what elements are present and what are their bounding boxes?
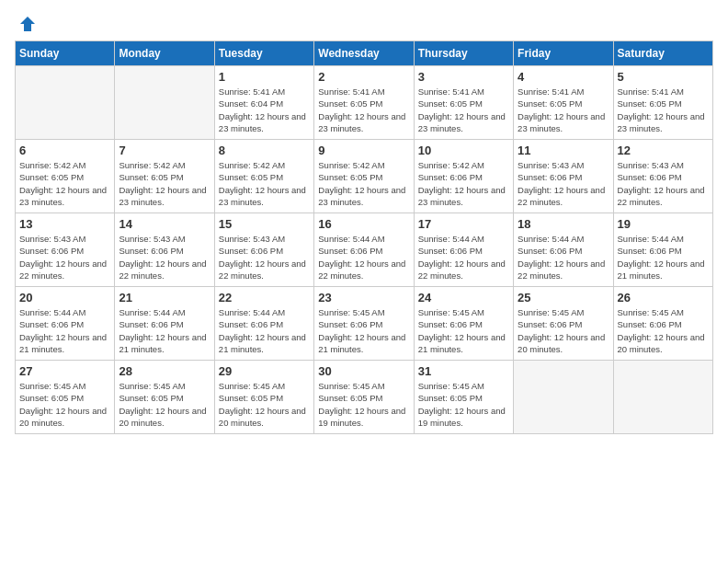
day-info: Sunrise: 5:43 AMSunset: 6:06 PMDaylight:… [119, 233, 210, 282]
day-header-tuesday: Tuesday [214, 41, 313, 66]
day-info: Sunrise: 5:44 AMSunset: 6:06 PMDaylight:… [418, 233, 509, 282]
day-number: 21 [119, 291, 210, 304]
calendar-cell: 5Sunrise: 5:41 AMSunset: 6:05 PMDaylight… [613, 66, 712, 140]
calendar-header-row: SundayMondayTuesdayWednesdayThursdayFrid… [16, 41, 713, 66]
calendar-cell: 24Sunrise: 5:45 AMSunset: 6:06 PMDayligh… [414, 287, 513, 361]
calendar-cell: 29Sunrise: 5:45 AMSunset: 6:05 PMDayligh… [214, 361, 313, 434]
day-info: Sunrise: 5:42 AMSunset: 6:05 PMDaylight:… [318, 159, 409, 208]
day-info: Sunrise: 5:44 AMSunset: 6:06 PMDaylight:… [318, 233, 409, 282]
calendar-cell: 2Sunrise: 5:41 AMSunset: 6:05 PMDaylight… [314, 66, 414, 140]
page-header [15, 15, 713, 33]
day-info: Sunrise: 5:41 AMSunset: 6:05 PMDaylight:… [518, 86, 609, 134]
day-number: 6 [19, 144, 110, 157]
day-number: 8 [219, 144, 310, 157]
day-number: 29 [219, 364, 310, 378]
calendar-cell: 22Sunrise: 5:44 AMSunset: 6:06 PMDayligh… [214, 287, 313, 361]
day-info: Sunrise: 5:44 AMSunset: 6:06 PMDaylight:… [618, 233, 709, 282]
day-number: 11 [518, 144, 609, 157]
calendar-cell: 18Sunrise: 5:44 AMSunset: 6:06 PMDayligh… [514, 213, 613, 287]
day-number: 12 [618, 144, 709, 157]
day-header-wednesday: Wednesday [314, 41, 414, 66]
day-number: 9 [318, 144, 409, 157]
day-info: Sunrise: 5:45 AMSunset: 6:06 PMDaylight:… [318, 306, 409, 355]
day-info: Sunrise: 5:44 AMSunset: 6:06 PMDaylight:… [219, 306, 310, 355]
day-info: Sunrise: 5:42 AMSunset: 6:05 PMDaylight:… [219, 159, 310, 208]
calendar-cell: 10Sunrise: 5:42 AMSunset: 6:06 PMDayligh… [414, 140, 513, 213]
calendar-cell: 4Sunrise: 5:41 AMSunset: 6:05 PMDaylight… [514, 66, 613, 140]
day-number: 3 [418, 70, 509, 84]
day-number: 23 [318, 291, 409, 304]
week-row-1: 1Sunrise: 5:41 AMSunset: 6:04 PMDaylight… [16, 66, 713, 140]
calendar-cell [514, 361, 613, 434]
svg-marker-0 [20, 17, 35, 31]
calendar-cell: 11Sunrise: 5:43 AMSunset: 6:06 PMDayligh… [514, 140, 613, 213]
day-info: Sunrise: 5:45 AMSunset: 6:05 PMDaylight:… [418, 380, 509, 429]
calendar-cell: 23Sunrise: 5:45 AMSunset: 6:06 PMDayligh… [314, 287, 414, 361]
week-row-5: 27Sunrise: 5:45 AMSunset: 6:05 PMDayligh… [16, 361, 713, 434]
day-number: 18 [518, 217, 609, 231]
day-info: Sunrise: 5:41 AMSunset: 6:05 PMDaylight:… [318, 86, 409, 134]
day-info: Sunrise: 5:43 AMSunset: 6:06 PMDaylight:… [219, 233, 310, 282]
day-info: Sunrise: 5:45 AMSunset: 6:05 PMDaylight:… [119, 380, 210, 429]
calendar-cell: 26Sunrise: 5:45 AMSunset: 6:06 PMDayligh… [613, 287, 712, 361]
day-info: Sunrise: 5:45 AMSunset: 6:06 PMDaylight:… [518, 306, 609, 355]
day-number: 7 [119, 144, 210, 157]
day-info: Sunrise: 5:45 AMSunset: 6:06 PMDaylight:… [618, 306, 709, 355]
day-number: 27 [19, 364, 110, 378]
day-number: 1 [219, 70, 310, 84]
day-number: 28 [119, 364, 210, 378]
day-number: 20 [19, 291, 110, 304]
day-number: 16 [318, 217, 409, 231]
day-number: 25 [518, 291, 609, 304]
day-info: Sunrise: 5:45 AMSunset: 6:05 PMDaylight:… [318, 380, 409, 429]
day-info: Sunrise: 5:45 AMSunset: 6:06 PMDaylight:… [418, 306, 509, 355]
day-info: Sunrise: 5:44 AMSunset: 6:06 PMDaylight:… [19, 306, 110, 355]
day-info: Sunrise: 5:43 AMSunset: 6:06 PMDaylight:… [19, 233, 110, 282]
day-info: Sunrise: 5:41 AMSunset: 6:05 PMDaylight:… [418, 86, 509, 134]
day-number: 15 [219, 217, 310, 231]
day-number: 31 [418, 364, 509, 378]
day-info: Sunrise: 5:43 AMSunset: 6:06 PMDaylight:… [618, 159, 709, 208]
day-info: Sunrise: 5:45 AMSunset: 6:05 PMDaylight:… [219, 380, 310, 429]
calendar-cell [115, 66, 214, 140]
calendar-cell: 12Sunrise: 5:43 AMSunset: 6:06 PMDayligh… [613, 140, 712, 213]
day-number: 13 [19, 217, 110, 231]
day-number: 30 [318, 364, 409, 378]
calendar-cell: 30Sunrise: 5:45 AMSunset: 6:05 PMDayligh… [314, 361, 414, 434]
calendar-cell: 3Sunrise: 5:41 AMSunset: 6:05 PMDaylight… [414, 66, 513, 140]
day-header-thursday: Thursday [414, 41, 513, 66]
calendar-cell: 13Sunrise: 5:43 AMSunset: 6:06 PMDayligh… [16, 213, 115, 287]
day-info: Sunrise: 5:42 AMSunset: 6:05 PMDaylight:… [19, 159, 110, 208]
day-number: 4 [518, 70, 609, 84]
calendar-cell: 28Sunrise: 5:45 AMSunset: 6:05 PMDayligh… [115, 361, 214, 434]
day-info: Sunrise: 5:42 AMSunset: 6:05 PMDaylight:… [119, 159, 210, 208]
day-number: 19 [618, 217, 709, 231]
calendar-cell: 20Sunrise: 5:44 AMSunset: 6:06 PMDayligh… [16, 287, 115, 361]
calendar-cell [16, 66, 115, 140]
day-info: Sunrise: 5:41 AMSunset: 6:04 PMDaylight:… [219, 86, 310, 134]
day-header-friday: Friday [514, 41, 613, 66]
calendar-cell: 31Sunrise: 5:45 AMSunset: 6:05 PMDayligh… [414, 361, 513, 434]
day-header-monday: Monday [115, 41, 214, 66]
day-info: Sunrise: 5:45 AMSunset: 6:05 PMDaylight:… [19, 380, 110, 429]
week-row-4: 20Sunrise: 5:44 AMSunset: 6:06 PMDayligh… [16, 287, 713, 361]
day-info: Sunrise: 5:41 AMSunset: 6:05 PMDaylight:… [618, 86, 709, 134]
calendar-cell: 15Sunrise: 5:43 AMSunset: 6:06 PMDayligh… [214, 213, 313, 287]
calendar-cell: 7Sunrise: 5:42 AMSunset: 6:05 PMDaylight… [115, 140, 214, 213]
calendar-cell: 27Sunrise: 5:45 AMSunset: 6:05 PMDayligh… [16, 361, 115, 434]
calendar-cell: 21Sunrise: 5:44 AMSunset: 6:06 PMDayligh… [115, 287, 214, 361]
day-header-saturday: Saturday [613, 41, 712, 66]
calendar-cell [613, 361, 712, 434]
day-number: 17 [418, 217, 509, 231]
day-number: 24 [418, 291, 509, 304]
week-row-2: 6Sunrise: 5:42 AMSunset: 6:05 PMDaylight… [16, 140, 713, 213]
day-info: Sunrise: 5:42 AMSunset: 6:06 PMDaylight:… [418, 159, 509, 208]
calendar-cell: 9Sunrise: 5:42 AMSunset: 6:05 PMDaylight… [314, 140, 414, 213]
day-number: 26 [618, 291, 709, 304]
calendar-cell: 1Sunrise: 5:41 AMSunset: 6:04 PMDaylight… [214, 66, 313, 140]
calendar-cell: 25Sunrise: 5:45 AMSunset: 6:06 PMDayligh… [514, 287, 613, 361]
day-info: Sunrise: 5:43 AMSunset: 6:06 PMDaylight:… [518, 159, 609, 208]
day-info: Sunrise: 5:44 AMSunset: 6:06 PMDaylight:… [119, 306, 210, 355]
day-number: 10 [418, 144, 509, 157]
day-number: 2 [318, 70, 409, 84]
